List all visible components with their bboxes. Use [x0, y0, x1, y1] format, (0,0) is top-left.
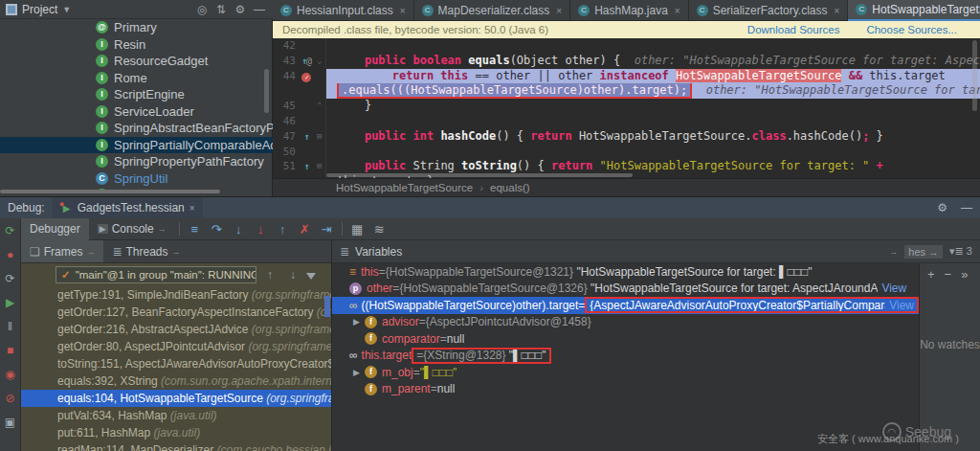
- close-icon[interactable]: ×: [835, 6, 840, 16]
- remove-watch-button[interactable]: −: [945, 267, 952, 282]
- sidebar-item-springpartiallycomparableadvisorholder[interactable]: ISpringPartiallyComparableAdvisorHolder: [0, 137, 273, 154]
- pause-icon[interactable]: ‖: [8, 320, 12, 333]
- frame-row[interactable]: equals:104, HotSwappableTargetSource (or…: [21, 390, 331, 407]
- step-out-icon[interactable]: ↑: [272, 222, 294, 237]
- stop-icon[interactable]: ■: [7, 344, 13, 357]
- frame-row[interactable]: readMap:114, MapDeserializer (com.caucho…: [21, 441, 331, 451]
- filter-icon[interactable]: [306, 273, 316, 280]
- frame-row[interactable]: getOrder:80, AspectJPointcutAdvisor (org…: [21, 338, 331, 355]
- variable-row[interactable]: fcomparator = null: [332, 330, 919, 348]
- project-vscrollbar[interactable]: [264, 69, 269, 113]
- restore-layout-icon[interactable]: ≡: [184, 222, 206, 237]
- tab-console[interactable]: ▶ Console →: [89, 218, 175, 240]
- thread-selector[interactable]: ✓ "main"@1 in group "main": RUNNING ▼: [56, 266, 256, 283]
- fold-icon[interactable]: ⌄: [317, 54, 325, 69]
- override-icon[interactable]: ↑: [303, 161, 308, 171]
- variable-row[interactable]: ∞this.target = {XString@1328} "▌□□□": [332, 348, 919, 365]
- close-icon[interactable]: ×: [675, 6, 680, 16]
- fold-icon[interactable]: [317, 38, 325, 54]
- fold-icon[interactable]: [317, 114, 325, 129]
- watches-tab-hint[interactable]: hes →: [904, 245, 943, 259]
- hide-icon[interactable]: —: [961, 201, 972, 214]
- gutter[interactable]: 51↑⊞: [273, 159, 326, 174]
- override-icon[interactable]: ↑: [303, 131, 308, 142]
- sidebar-item-primary[interactable]: @Primary: [0, 19, 273, 36]
- frame-row[interactable]: getOrder:127, BeanFactoryAspectInstanceF…: [21, 304, 331, 321]
- thread-dump-icon[interactable]: ▣: [5, 416, 15, 429]
- editor-tab-hessianinput.class[interactable]: CHessianInput.class×: [273, 0, 414, 21]
- tab-debugger[interactable]: Debugger: [21, 218, 89, 240]
- gutter[interactable]: 46: [273, 114, 326, 129]
- editor-tab-mapdeserializer.class[interactable]: CMapDeserializer.class×: [414, 0, 571, 21]
- frame-row[interactable]: equals:392, XString (com.sun.org.apache.…: [21, 372, 331, 390]
- rerun-icon[interactable]: ⟳: [5, 224, 14, 237]
- hide-icon[interactable]: —: [252, 3, 267, 16]
- tab-frames[interactable]: ❏ Frames →: [21, 240, 103, 262]
- fold-icon[interactable]: [317, 83, 325, 99]
- close-icon[interactable]: ×: [189, 203, 195, 214]
- frame-row[interactable]: put:611, HashMap (java.util): [21, 424, 331, 441]
- tab-threads[interactable]: ≣ Threads →: [103, 240, 189, 262]
- debug-bug-icon[interactable]: ●: [7, 248, 13, 261]
- breadcrumb-method[interactable]: equals(): [490, 182, 530, 193]
- gutter[interactable]: 50: [273, 145, 326, 160]
- project-hscrollbar[interactable]: [0, 190, 220, 193]
- expand-arrow-icon[interactable]: ▶: [353, 368, 365, 377]
- resume-icon[interactable]: ▶: [6, 296, 14, 309]
- variable-row[interactable]: ≡this = {HotSwappableTargetSource@1321} …: [332, 263, 919, 281]
- drop-frame-icon[interactable]: ✗: [294, 222, 316, 237]
- gutter[interactable]: 44✓: [273, 69, 326, 84]
- fold-icon[interactable]: ⊞: [317, 129, 325, 145]
- frames-scrollbar[interactable]: [323, 286, 331, 449]
- tab-overflow-icon[interactable]: ▾≣ 3: [949, 245, 972, 258]
- breakpoint-icon[interactable]: ✓: [301, 73, 311, 82]
- frame-up-icon[interactable]: ↑: [262, 268, 278, 282]
- fold-icon[interactable]: ⌃: [317, 99, 325, 114]
- frame-row[interactable]: getType:191, SimpleJndiBeanFactory (org.…: [21, 286, 331, 304]
- gutter[interactable]: 45⌃: [273, 99, 326, 114]
- debug-session-tab[interactable]: ●▶ GadgetsTest.hessian ×: [53, 197, 203, 218]
- more-button[interactable]: »: [961, 267, 968, 282]
- editor-tab-hashmap.java[interactable]: CHashMap.java×: [570, 0, 689, 21]
- sidebar-item-resin[interactable]: IResin: [0, 36, 273, 54]
- run-to-cursor-icon[interactable]: ⇥: [316, 222, 338, 237]
- frame-row[interactable]: getOrder:216, AbstractAspectJAdvice (org…: [21, 321, 331, 338]
- sidebar-item-rome[interactable]: IRome: [0, 70, 273, 87]
- variable-row[interactable]: ▶fm_obj = "▌□□□": [332, 364, 919, 381]
- fold-icon[interactable]: ⊞: [317, 159, 325, 174]
- sidebar-item-serviceloader[interactable]: IServiceLoader: [0, 103, 273, 121]
- sidebar-item-scriptengine[interactable]: IScriptEngine: [0, 86, 273, 103]
- fold-icon[interactable]: [317, 145, 325, 160]
- gutter[interactable]: 43↑@⌄: [273, 54, 326, 69]
- gutter[interactable]: 47↑⊞: [273, 129, 326, 145]
- frame-row[interactable]: toString:151, AspectJAwareAdvisorAutoPro…: [21, 355, 331, 372]
- code-editor[interactable]: 4243↑@⌄ public boolean equals(Object oth…: [273, 38, 980, 178]
- gutter[interactable]: 42: [273, 38, 326, 54]
- sidebar-item-springpropertypathfactory[interactable]: ISpringPropertyPathFactory: [0, 153, 273, 170]
- breadcrumb-class[interactable]: HotSwappableTargetSource: [336, 182, 473, 193]
- settings-icon[interactable]: ⚙: [937, 201, 947, 214]
- force-step-into-icon[interactable]: ↓: [250, 222, 272, 237]
- sidebar-item-springutil[interactable]: CSpringUtil: [0, 170, 273, 188]
- view-link[interactable]: View: [889, 299, 914, 312]
- evaluate-expression-icon[interactable]: ▦: [346, 222, 368, 237]
- settings-icon[interactable]: ⚙: [233, 3, 248, 16]
- editor-vscrollbar[interactable]: [972, 40, 977, 111]
- step-into-icon[interactable]: ↓: [228, 222, 250, 237]
- download-sources-link[interactable]: Download Sources: [747, 24, 840, 35]
- collapse-all-icon[interactable]: ⇅: [213, 3, 229, 16]
- editor-tab-serializerfactory.class[interactable]: CSerializerFactory.class×: [689, 0, 849, 21]
- gutter[interactable]: [273, 83, 326, 99]
- mute-breakpoints-icon[interactable]: ⊘: [5, 392, 14, 405]
- update-application-icon[interactable]: ⟳: [5, 272, 14, 285]
- editor-hscrollbar[interactable]: [326, 173, 633, 177]
- variable-row[interactable]: fm_parent = null: [332, 381, 919, 398]
- layout-settings-icon[interactable]: ≋: [368, 222, 390, 237]
- sidebar-item-springabstractbeanfactorypointcutadvisor[interactable]: ISpringAbstractBeanFactoryPointcutAdviso…: [0, 120, 273, 137]
- choose-sources-link[interactable]: Choose Sources...: [866, 24, 957, 35]
- variable-row[interactable]: pother = {HotSwappableTargetSource@1326}…: [332, 281, 919, 298]
- close-icon[interactable]: ×: [556, 6, 562, 16]
- breadcrumb[interactable]: HotSwappableTargetSource › equals(): [273, 178, 980, 196]
- frame-down-icon[interactable]: ↓: [285, 268, 301, 282]
- variable-row[interactable]: ▶fadvisor = {AspectJPointcutAdvisor@1458…: [332, 314, 919, 331]
